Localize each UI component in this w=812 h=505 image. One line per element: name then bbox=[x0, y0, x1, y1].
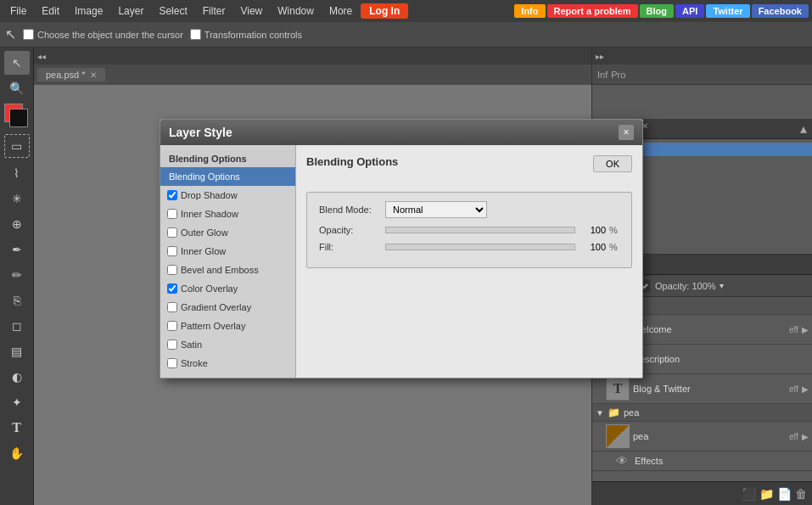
layer-arrow-blog-twitter[interactable]: ▶ bbox=[802, 384, 809, 394]
brush-tool[interactable]: ✏ bbox=[4, 263, 30, 287]
canvas-tab-pea[interactable]: pea.psd * ✕ bbox=[37, 68, 105, 81]
transformation-checkbox[interactable] bbox=[190, 29, 201, 40]
effects-row[interactable]: 👁 Effects bbox=[592, 452, 812, 471]
menu-filter[interactable]: Filter bbox=[196, 3, 232, 19]
menu-more[interactable]: More bbox=[322, 3, 359, 19]
menu-select[interactable]: Select bbox=[152, 3, 193, 19]
dialog-close-button[interactable]: × bbox=[619, 125, 634, 140]
tab-close[interactable]: ✕ bbox=[90, 70, 97, 80]
list-item-gradient-overlay[interactable]: Gradient Overlay bbox=[160, 298, 295, 317]
options-bar: ↖ Choose the object under the cursor Tra… bbox=[0, 22, 812, 48]
layer-item-pea[interactable]: pea eff ▶ bbox=[592, 422, 812, 452]
zoom-tool[interactable]: 🔍 bbox=[4, 76, 30, 100]
info-button[interactable]: Info bbox=[514, 4, 545, 18]
move-tool[interactable]: ↖ bbox=[4, 51, 30, 75]
menu-window[interactable]: Window bbox=[271, 3, 321, 19]
ok-button[interactable]: OK bbox=[593, 155, 632, 172]
dodge-tool[interactable]: ◐ bbox=[4, 365, 30, 389]
new-layer-style-icon[interactable]: ⬛ bbox=[742, 487, 756, 501]
choose-object-checkbox[interactable] bbox=[23, 29, 34, 40]
layers-bottom-bar: ⬛ 📁 📄 🗑 bbox=[592, 481, 812, 505]
history-scroll-up[interactable]: ▴ bbox=[800, 121, 807, 137]
layer-name-welcome: Welcome bbox=[633, 324, 786, 334]
fill-slider-track[interactable] bbox=[385, 244, 575, 250]
info-content bbox=[592, 85, 812, 119]
list-item-inner-shadow[interactable]: Inner Shadow bbox=[160, 205, 295, 223]
background-color[interactable] bbox=[9, 109, 28, 127]
hand-tool[interactable]: ✋ bbox=[4, 441, 30, 465]
list-item-outer-glow[interactable]: Outer Glow bbox=[160, 223, 295, 242]
list-item-satin[interactable]: Satin bbox=[160, 335, 295, 354]
login-button[interactable]: Log In bbox=[361, 3, 408, 19]
outer-glow-checkbox[interactable] bbox=[167, 227, 177, 238]
dialog-titlebar: Layer Style × bbox=[160, 120, 642, 145]
opacity-dropdown-arrow[interactable]: ▾ bbox=[720, 281, 724, 290]
eye-icon[interactable]: 👁 bbox=[616, 454, 628, 468]
bevel-emboss-checkbox[interactable] bbox=[167, 265, 177, 275]
choose-object-label[interactable]: Choose the object under the cursor bbox=[23, 29, 183, 40]
blending-options-content: Blend Mode: Normal Multiply Screen Overl… bbox=[306, 192, 632, 268]
tab-filename: pea.psd * bbox=[46, 70, 85, 80]
api-button[interactable]: API bbox=[675, 4, 704, 18]
history-panel-controls: ▴ bbox=[800, 121, 807, 137]
lasso-tool[interactable]: ⌇ bbox=[4, 161, 30, 185]
dialog-title: Layer Style bbox=[169, 126, 232, 139]
report-button[interactable]: Report a problem bbox=[547, 4, 638, 18]
transformation-label[interactable]: Transformation controls bbox=[190, 29, 302, 40]
canvas-area: ◂◂ pea.psd * ✕ Layer Style × bbox=[34, 48, 591, 505]
canvas-content[interactable]: Layer Style × Blending Options Blending … bbox=[34, 85, 591, 505]
gradient-tool[interactable]: ▤ bbox=[4, 339, 30, 363]
text-tool[interactable]: T bbox=[4, 416, 30, 440]
blog-button[interactable]: Blog bbox=[640, 4, 674, 18]
layer-style-dialog: Layer Style × Blending Options Blending … bbox=[160, 119, 643, 379]
opacity-row: Opacity: 100 % bbox=[319, 225, 619, 235]
list-item-bevel-emboss[interactable]: Bevel and Emboss bbox=[160, 261, 295, 279]
facebook-button[interactable]: Facebook bbox=[752, 4, 809, 18]
pro-tab[interactable]: Pro bbox=[611, 70, 625, 80]
layer-arrow-welcome[interactable]: ▶ bbox=[802, 325, 809, 334]
satin-checkbox[interactable] bbox=[167, 339, 177, 350]
list-item-blending-options[interactable]: Blending Options bbox=[160, 167, 295, 186]
color-selector[interactable] bbox=[4, 104, 30, 129]
clone-tool[interactable]: ⎘ bbox=[4, 289, 30, 312]
canvas-tabs: pea.psd * ✕ bbox=[34, 65, 591, 85]
eraser-tool[interactable]: ◻ bbox=[4, 314, 30, 338]
new-group-icon[interactable]: 📁 bbox=[759, 487, 774, 501]
inner-shadow-checkbox[interactable] bbox=[167, 209, 177, 219]
twitter-button[interactable]: Twitter bbox=[706, 4, 749, 18]
menu-layer[interactable]: Layer bbox=[111, 3, 150, 19]
menu-edit[interactable]: Edit bbox=[35, 3, 66, 19]
blend-mode-select[interactable]: Normal Multiply Screen Overlay bbox=[385, 201, 487, 218]
opacity-slider-fill bbox=[386, 227, 574, 233]
menu-view[interactable]: View bbox=[233, 3, 269, 19]
inner-glow-checkbox[interactable] bbox=[167, 246, 177, 256]
gradient-overlay-checkbox[interactable] bbox=[167, 302, 177, 312]
new-layer-icon[interactable]: 📄 bbox=[777, 487, 792, 501]
menu-image[interactable]: Image bbox=[68, 3, 109, 19]
list-item-stroke[interactable]: Stroke bbox=[160, 354, 295, 373]
layer-arrow-pea[interactable]: ▶ bbox=[802, 432, 809, 441]
eyedropper-tool[interactable]: ✒ bbox=[4, 238, 30, 261]
color-overlay-checkbox[interactable] bbox=[167, 283, 177, 294]
crop-tool[interactable]: ⊕ bbox=[4, 212, 30, 236]
layer-name-blog-twitter: Blog & Twitter bbox=[633, 384, 786, 394]
selection-tool[interactable]: ▭ bbox=[4, 134, 30, 158]
pattern-overlay-checkbox[interactable] bbox=[167, 321, 177, 331]
info-tab[interactable]: Inf bbox=[597, 70, 608, 80]
menu-file[interactable]: File bbox=[3, 3, 33, 19]
fill-unit: % bbox=[609, 242, 619, 252]
list-item-drop-shadow[interactable]: Drop Shadow bbox=[160, 186, 295, 205]
pen-tool[interactable]: ✦ bbox=[4, 390, 30, 414]
drop-shadow-checkbox[interactable] bbox=[167, 190, 177, 200]
stroke-checkbox[interactable] bbox=[167, 358, 177, 368]
layer-item-blog-twitter[interactable]: T Blog & Twitter eff ▶ bbox=[592, 374, 812, 404]
group-row-pea[interactable]: ▼ 📁 pea bbox=[592, 404, 812, 422]
collapse-icon[interactable]: ◂◂ bbox=[37, 52, 46, 61]
list-item-color-overlay[interactable]: Color Overlay bbox=[160, 279, 295, 298]
opacity-slider-track[interactable] bbox=[385, 227, 575, 233]
delete-layer-icon[interactable]: 🗑 bbox=[795, 487, 807, 501]
dialog-list: Blending Options Blending Options Drop S… bbox=[160, 145, 296, 378]
list-item-inner-glow[interactable]: Inner Glow bbox=[160, 242, 295, 261]
list-item-pattern-overlay[interactable]: Pattern Overlay bbox=[160, 317, 295, 335]
magic-wand-tool[interactable]: ✳ bbox=[4, 187, 30, 210]
